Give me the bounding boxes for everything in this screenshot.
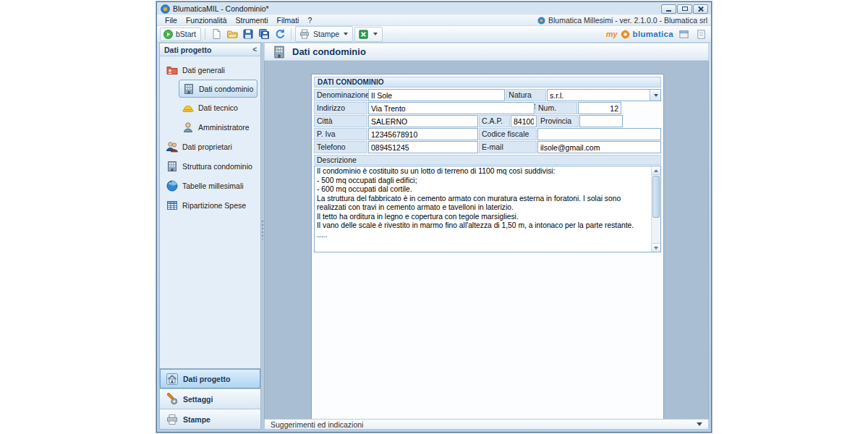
- scrollbar-thumb[interactable]: [652, 176, 660, 218]
- sidebar-item-dati-proprietari[interactable]: Dati proprietari: [160, 137, 260, 156]
- hardhat-icon: [182, 101, 195, 114]
- suggestions-bar[interactable]: Suggerimenti ed indicazioni: [264, 419, 709, 430]
- sidebar-button-settaggi[interactable]: Settaggi: [160, 389, 260, 409]
- sidebar-item-amministratore[interactable]: Amministratore: [160, 117, 260, 137]
- window-tool-button[interactable]: [676, 27, 691, 41]
- natura-giuridica-input[interactable]: [548, 90, 650, 101]
- telefono-input[interactable]: [368, 141, 478, 153]
- menu-help[interactable]: ?: [303, 16, 316, 25]
- refresh-button[interactable]: [273, 27, 287, 41]
- close-icon: [698, 6, 704, 12]
- sidebar-mode-buttons: Dati progetto Settaggi Stampe: [160, 368, 260, 429]
- maximize-button[interactable]: [677, 4, 692, 14]
- people-icon: [166, 140, 179, 153]
- people-folder-icon: [166, 64, 179, 77]
- chevron-down-icon: [697, 422, 702, 426]
- num-input[interactable]: [578, 102, 621, 114]
- citta-label: Città: [314, 115, 367, 127]
- tree-item-label: Dati condominio: [199, 85, 253, 93]
- window-title: BlumaticaMIL - Condominio*: [173, 4, 269, 13]
- version-text: Blumatica Millesimi - ver. 2.1.0.0 - Blu…: [548, 16, 707, 25]
- condominio-form-panel: DATI CONDOMINIO Denominazione Natura giu…: [311, 74, 664, 419]
- email-label: E-mail: [479, 141, 537, 153]
- chevron-down-icon: [373, 33, 378, 35]
- provincia-input[interactable]: [579, 115, 623, 127]
- email-input[interactable]: [537, 141, 661, 153]
- sidebar-item-dati-generali[interactable]: Dati generali: [160, 60, 260, 80]
- printer-icon: [166, 413, 179, 426]
- sidebar-button-stampe[interactable]: Stampe: [160, 409, 260, 429]
- natura-giuridica-select[interactable]: [547, 89, 661, 101]
- page-title: Dati condominio: [292, 46, 366, 57]
- indirizzo-input[interactable]: [368, 102, 535, 114]
- table-grid-icon: [166, 199, 179, 212]
- menu-funzionalita[interactable]: Funzionalità: [182, 16, 231, 25]
- chevron-down-icon: [654, 94, 658, 97]
- minimize-icon: [666, 10, 671, 12]
- window-icon: [678, 29, 689, 40]
- save-all-button[interactable]: [257, 27, 271, 41]
- codice-fiscale-input[interactable]: [537, 128, 661, 140]
- num-label: Num.: [535, 102, 577, 114]
- mode-button-label: Settaggi: [183, 395, 213, 404]
- sidebar-item-struttura-condominio[interactable]: Struttura condominio: [160, 156, 260, 176]
- indirizzo-label: Indirizzo: [314, 102, 367, 114]
- scroll-up-button[interactable]: [652, 166, 660, 175]
- building-icon: [182, 82, 195, 95]
- play-icon: [163, 30, 173, 39]
- form-row-denominazione: Denominazione Natura giuridica: [314, 89, 661, 101]
- excel-export-icon: [358, 29, 369, 40]
- main-area: Dati condominio DATI CONDOMINIO Denomina…: [264, 43, 709, 430]
- sidebar: Dati progetto < Dati generali Dati condo…: [159, 43, 261, 430]
- provincia-label: Provincia: [537, 115, 579, 127]
- sidebar-item-ripartizione-spese[interactable]: Ripartizione Spese: [160, 195, 260, 215]
- form-row-telefono: Telefono E-mail: [314, 141, 661, 153]
- tree-item-label: Dati tecnico: [198, 103, 238, 112]
- notes-tool-button[interactable]: [694, 27, 708, 41]
- stampe-label: Stampe: [313, 30, 339, 38]
- chevron-down-icon: [344, 33, 348, 35]
- excel-export-button[interactable]: [354, 27, 383, 42]
- content-area: DATI CONDOMINIO Denominazione Natura giu…: [264, 61, 709, 419]
- form-row-indirizzo: Indirizzo Num.: [314, 102, 661, 114]
- notes-icon: [696, 29, 707, 40]
- bstart-label: bStart: [176, 30, 196, 38]
- menu-file[interactable]: File: [161, 16, 182, 25]
- collapse-icon[interactable]: <: [252, 46, 257, 54]
- denominazione-input[interactable]: [368, 89, 505, 101]
- splitter-grip-icon: [262, 221, 263, 239]
- sidebar-item-dati-condominio[interactable]: Dati condominio: [179, 80, 258, 98]
- menu-filmati[interactable]: Filmati: [272, 16, 303, 25]
- menu-strumenti[interactable]: Strumenti: [231, 16, 273, 25]
- form-row-citta: Città C.A.P. Provincia: [314, 115, 661, 127]
- sidebar-item-dati-tecnico[interactable]: Dati tecnico: [160, 98, 260, 117]
- sidebar-header: Dati progetto <: [160, 43, 260, 56]
- cap-input[interactable]: [511, 115, 537, 127]
- descrizione-textarea[interactable]: Il condominio è costituito su un lotto d…: [314, 166, 661, 252]
- save-button[interactable]: [241, 27, 255, 41]
- stampe-button[interactable]: Stampe: [295, 26, 353, 42]
- piva-label: P. Iva: [314, 128, 367, 140]
- scroll-down-button[interactable]: [652, 243, 660, 252]
- open-folder-icon: [226, 28, 238, 40]
- save-all-icon: [258, 28, 270, 40]
- citta-input[interactable]: [368, 115, 478, 127]
- codice-fiscale-label: Codice fiscale: [479, 128, 537, 140]
- piva-input[interactable]: [368, 128, 478, 140]
- open-button[interactable]: [225, 27, 239, 41]
- page-header: Dati condominio: [264, 43, 709, 61]
- bstart-button[interactable]: bStart: [160, 27, 201, 41]
- sidebar-button-dati-progetto[interactable]: Dati progetto: [160, 369, 260, 388]
- textarea-scrollbar[interactable]: [651, 166, 660, 252]
- blumatica-badge-icon: [537, 17, 545, 25]
- close-button[interactable]: [693, 4, 708, 14]
- combo-dropdown-button[interactable]: [650, 90, 660, 101]
- descrizione-label: Descrizione: [314, 155, 661, 165]
- sidebar-item-tabelle-millesimali[interactable]: Tabelle millesimali: [160, 176, 260, 195]
- mode-button-label: Stampe: [183, 415, 210, 424]
- new-document-button[interactable]: [209, 27, 224, 41]
- minimize-button[interactable]: [661, 4, 676, 14]
- house-icon: [166, 373, 179, 386]
- pie-sphere-icon: [166, 179, 179, 192]
- building-icon: [272, 45, 286, 59]
